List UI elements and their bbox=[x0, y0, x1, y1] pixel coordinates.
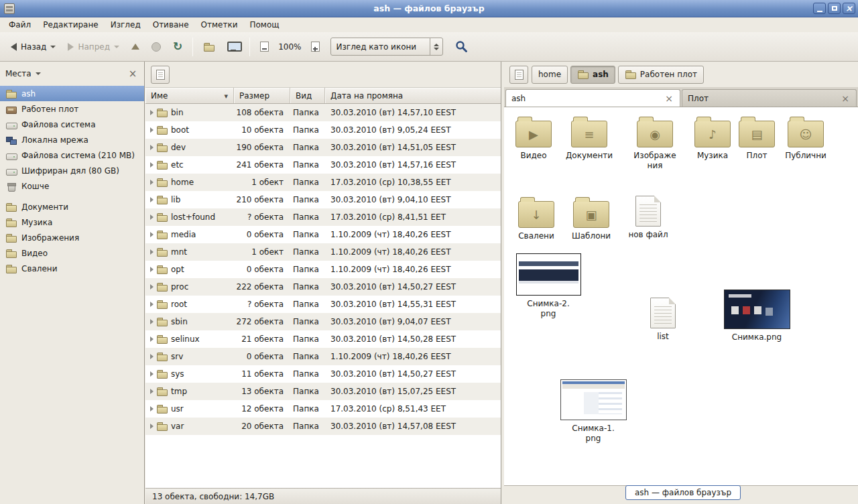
file-row[interactable]: selinux 21 обекта Папка 30.03.2010 (вт) … bbox=[145, 330, 501, 348]
sidebar-place-item[interactable]: Музика bbox=[0, 214, 144, 230]
menu-item[interactable]: Изглед bbox=[105, 18, 147, 32]
file-row[interactable]: var 20 обекта Папка 30.03.2010 (вт) 14,5… bbox=[145, 418, 501, 435]
expander-icon[interactable] bbox=[150, 424, 154, 429]
taskbar-window-button[interactable]: ash — файлов браузър bbox=[625, 485, 741, 500]
expander-icon[interactable] bbox=[150, 354, 154, 359]
expander-icon[interactable] bbox=[150, 336, 154, 342]
sidebar-place-item[interactable]: Документи bbox=[0, 199, 144, 214]
maximize-button[interactable] bbox=[828, 3, 841, 14]
sidebar-place-item[interactable]: Локална мрежа bbox=[0, 132, 144, 147]
path-button[interactable]: ash bbox=[570, 66, 615, 84]
icon-view[interactable]: Видео Документи Изображения Музика Плот bbox=[504, 107, 858, 485]
file-icon-item[interactable]: нов файл bbox=[619, 196, 677, 240]
file-icon-item[interactable]: Документи bbox=[560, 115, 618, 161]
file-icon-item[interactable]: Снимка-2.png bbox=[519, 253, 577, 319]
file-row[interactable]: sbin 272 обекта Папка 30.03.2010 (вт) 9,… bbox=[145, 313, 501, 330]
file-icon-item[interactable]: Изображения bbox=[626, 115, 684, 171]
tab[interactable]: ash bbox=[505, 89, 680, 107]
sidebar-place-item[interactable]: Файлова система bbox=[0, 117, 144, 132]
tab[interactable]: Плот bbox=[682, 89, 857, 107]
file-icon-item[interactable]: Снимка-1.png bbox=[564, 379, 622, 444]
up-button[interactable] bbox=[126, 39, 145, 54]
zoom-in-button[interactable] bbox=[306, 37, 325, 56]
expander-icon[interactable] bbox=[150, 267, 154, 272]
computer-button[interactable] bbox=[222, 37, 245, 56]
file-row[interactable]: etc 241 обекта Папка 30.03.2010 (вт) 14,… bbox=[145, 156, 501, 174]
expander-icon[interactable] bbox=[150, 232, 154, 237]
file-icon-item[interactable]: Шаблони bbox=[562, 196, 620, 241]
back-button[interactable]: Назад bbox=[5, 38, 61, 56]
expander-icon[interactable] bbox=[150, 302, 154, 307]
places-close-button[interactable] bbox=[127, 68, 139, 80]
sidebar-place-item[interactable]: ash bbox=[0, 86, 144, 101]
sidebar-place-item[interactable]: Видео bbox=[0, 245, 144, 261]
file-row[interactable]: root ? обекта Папка 30.03.2010 (вт) 14,5… bbox=[145, 296, 501, 313]
forward-button[interactable]: Напред bbox=[62, 38, 125, 56]
places-selector-icon[interactable] bbox=[36, 72, 41, 75]
location-bar-toggle-button[interactable] bbox=[509, 66, 528, 84]
minimize-button[interactable] bbox=[813, 3, 826, 14]
file-row[interactable]: boot 10 обекта Папка 30.03.2010 (вт) 9,0… bbox=[145, 121, 501, 139]
expander-icon[interactable] bbox=[150, 214, 154, 220]
expander-icon[interactable] bbox=[150, 197, 154, 202]
expander-icon[interactable] bbox=[150, 319, 154, 324]
zoom-out-button[interactable] bbox=[255, 37, 274, 56]
stop-button[interactable] bbox=[146, 38, 166, 56]
sidebar-place-item[interactable]: Файлова система (210 MB) bbox=[0, 147, 144, 163]
file-list[interactable]: bin 108 обекта Папка 30.03.2010 (вт) 14,… bbox=[145, 104, 501, 488]
expander-icon[interactable] bbox=[150, 371, 154, 377]
menu-item[interactable]: Отиване bbox=[147, 18, 195, 32]
file-row[interactable]: media 0 обекта Папка 1.10.2009 (чт) 18,4… bbox=[145, 226, 501, 243]
menu-item[interactable]: Отметки bbox=[195, 18, 244, 32]
column-header[interactable]: Име bbox=[145, 88, 234, 103]
column-header[interactable]: Дата на промяна bbox=[325, 88, 501, 103]
sidebar-place-item[interactable]: Кошче bbox=[0, 178, 144, 194]
file-row[interactable]: dev 190 обекта Папка 30.03.2010 (вт) 14,… bbox=[145, 139, 501, 156]
file-row[interactable]: srv 0 обекта Папка 1.10.2009 (чт) 18,40,… bbox=[145, 348, 501, 365]
menu-item[interactable]: Помощ bbox=[244, 18, 286, 32]
view-mode-select[interactable]: Изглед като икони bbox=[330, 38, 443, 56]
file-row[interactable]: home 1 обект Папка 17.03.2010 (ср) 10,38… bbox=[145, 174, 501, 191]
file-row[interactable]: opt 0 обекта Папка 1.10.2009 (чт) 18,40,… bbox=[145, 261, 501, 278]
location-bar-toggle-button[interactable] bbox=[151, 66, 170, 84]
expander-icon[interactable] bbox=[150, 127, 154, 133]
sidebar-place-item[interactable]: Работен плот bbox=[0, 101, 144, 117]
file-row[interactable]: bin 108 обекта Папка 30.03.2010 (вт) 14,… bbox=[145, 104, 501, 121]
expander-icon[interactable] bbox=[150, 389, 154, 394]
menu-item[interactable]: Файл bbox=[3, 18, 37, 32]
sidebar-place-item[interactable]: Шифриран дял (80 GB) bbox=[0, 163, 144, 178]
column-header[interactable]: Размер bbox=[234, 88, 290, 103]
back-history-dropdown-icon[interactable] bbox=[50, 46, 56, 48]
tab-close-icon[interactable] bbox=[840, 93, 851, 104]
search-button[interactable] bbox=[450, 36, 473, 58]
file-row[interactable]: proc 222 обекта Папка 30.03.2010 (вт) 14… bbox=[145, 278, 501, 296]
file-icon-item[interactable]: Свалени bbox=[507, 196, 565, 241]
reload-button[interactable] bbox=[168, 36, 188, 57]
sidebar-place-item[interactable]: Изображения bbox=[0, 230, 144, 245]
path-button[interactable]: home bbox=[532, 66, 568, 84]
file-row[interactable]: tmp 13 обекта Папка 30.03.2010 (вт) 15,0… bbox=[145, 383, 501, 400]
tab-close-icon[interactable] bbox=[664, 93, 674, 104]
file-icon-item[interactable]: Публични bbox=[777, 115, 835, 161]
expander-icon[interactable] bbox=[150, 284, 154, 290]
file-row[interactable]: usr 12 обекта Папка 17.03.2010 (ср) 8,51… bbox=[145, 400, 501, 418]
file-icon-item[interactable]: Видео bbox=[505, 115, 562, 161]
file-row[interactable]: mnt 1 обект Папка 1.10.2009 (чт) 18,40,2… bbox=[145, 243, 501, 261]
file-row[interactable]: sys 11 обекта Папка 30.03.2010 (вт) 14,5… bbox=[145, 365, 501, 383]
expander-icon[interactable] bbox=[150, 180, 154, 185]
expander-icon[interactable] bbox=[150, 249, 154, 255]
file-icon-item[interactable]: list bbox=[634, 298, 692, 342]
expander-icon[interactable] bbox=[150, 110, 154, 115]
file-row[interactable]: lib 210 обекта Папка 30.03.2010 (вт) 9,0… bbox=[145, 191, 501, 208]
path-button[interactable]: Работен плот bbox=[618, 66, 704, 84]
menu-item[interactable]: Редактиране bbox=[37, 18, 105, 32]
expander-icon[interactable] bbox=[150, 406, 154, 412]
file-icon-item[interactable]: Снимка.png bbox=[728, 290, 786, 342]
close-button[interactable] bbox=[843, 3, 855, 14]
expander-icon[interactable] bbox=[150, 162, 154, 168]
column-header[interactable]: Вид bbox=[290, 88, 325, 103]
sidebar-place-item[interactable]: Свалени bbox=[0, 261, 144, 276]
expander-icon[interactable] bbox=[150, 145, 154, 150]
home-button[interactable] bbox=[198, 37, 221, 57]
file-row[interactable]: lost+found ? обекта Папка 17.03.2010 (ср… bbox=[145, 208, 501, 226]
